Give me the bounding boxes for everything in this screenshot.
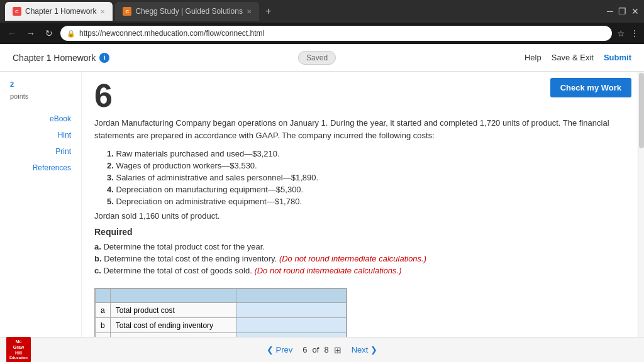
new-tab-button[interactable]: + [262,6,275,17]
submit-button[interactable]: Submit [604,53,631,62]
list-item: 2. Wages of production workers—$3,530. [107,161,631,170]
save-exit-link[interactable]: Save & Exit [552,53,594,62]
required-header: Required [94,227,631,237]
chapter-title-area: Chapter 1 Homework i [13,53,109,63]
cost-num-3: 3. [107,173,114,182]
list-item: b. Determine the total cost of the endin… [94,254,631,263]
menu-icon[interactable]: ⋮ [630,28,639,38]
list-item: 4. Depreciation on manufacturing equipme… [107,185,631,194]
lock-icon: 🔒 [67,30,75,38]
cost-text-2: Wages of production workers—$3,530. [116,161,257,170]
page-total: 8 [324,345,328,354]
page-current: 6 [303,345,307,354]
scrollbar[interactable] [638,72,644,337]
header-actions: Help Save & Exit Submit [525,53,631,62]
table-row: a Total product cost [96,303,347,318]
check-my-work-button[interactable]: Check my Work [550,78,631,97]
row-input-a[interactable] [236,303,346,318]
row-letter-b: b [96,318,111,333]
tab-close-chegg[interactable]: ✕ [247,8,252,15]
content-area: Check my Work 6 Jordan Manufacturing Com… [82,72,644,337]
prev-label: Prev [276,345,293,354]
req-c-label: c. [94,266,101,275]
references-link[interactable]: References [10,162,71,173]
req-b-text: Determine the total cost of the ending i… [104,254,277,263]
page-info: 6 of 8 ⊞ [303,345,341,355]
question-body: Jordan Manufacturing Company began opera… [94,117,631,141]
sidebar: 2 points eBook Hint Print References [0,72,82,337]
browser-chrome: C Chapter 1 Homework ✕ C Chegg Study | G… [0,0,644,23]
back-button[interactable]: ← [5,26,19,41]
cost-num-2: 2. [107,161,114,170]
cost-text-5: Depreciation on administrative equipment… [116,197,302,206]
points-value: 2 [10,80,14,88]
row-label-a: Total product cost [110,303,236,318]
req-c-note: (Do not round intermediate calculations.… [254,266,401,275]
hint-link[interactable]: Hint [10,129,71,141]
table-header-empty1 [96,289,111,303]
table-row: b Total cost of ending inventory [96,318,347,333]
refresh-button[interactable]: ↻ [43,26,55,41]
tab-label-chapter: Chapter 1 Homework [25,7,96,16]
tab-label-chegg: Chegg Study | Guided Solutions [135,7,243,16]
close-button[interactable]: ✕ [631,6,639,16]
sidebar-links: eBook Hint Print References [10,113,71,173]
ebook-link[interactable]: eBook [10,113,71,124]
table-header-empty2 [110,289,236,303]
prev-arrow-icon: ❮ [267,345,274,354]
cost-list: 1. Raw materials purchased and used—$3,2… [107,149,631,206]
tab-close-chapter[interactable]: ✕ [100,8,105,15]
restore-button[interactable]: ❐ [618,6,626,16]
address-actions: ☆ ⋮ [617,28,639,38]
page-header: Chapter 1 Homework i Saved Help Save & E… [0,44,644,72]
list-item: 3. Salaries of administrative and sales … [107,173,631,182]
cost-num-4: 4. [107,185,114,194]
mcgraw-logo: Mc Graw Hill Education [6,337,31,362]
tab-chapter-homework[interactable]: C Chapter 1 Homework ✕ [5,2,113,21]
next-label: Next [352,345,369,354]
prev-button[interactable]: ❮ Prev [267,345,293,354]
required-list: a. Determine the total product cost for … [94,242,631,275]
saved-badge: Saved [298,51,336,65]
req-b-label: b. [94,254,102,263]
url-text: https://newconnect.mheducation.com/flow/… [79,29,264,38]
list-item: c. Determine the total of cost of goods … [94,266,631,275]
input-field-b[interactable] [242,321,341,330]
info-icon[interactable]: i [99,53,109,63]
cost-text-1: Raw materials purchased and used—$3,210. [116,149,279,158]
saved-indicator: Saved [298,53,336,62]
points-label: points [10,92,28,100]
scroll-thumb[interactable] [639,73,644,148]
list-item: 1. Raw materials purchased and used—$3,2… [107,149,631,158]
forward-button[interactable]: → [24,26,38,41]
row-input-b[interactable] [236,318,346,333]
cost-num-5: 5. [107,197,114,206]
tab-favicon-chapter: C [13,7,21,16]
minimize-button[interactable]: ─ [607,6,613,16]
list-item: a. Determine the total product cost for … [94,242,631,251]
sold-text: Jordan sold 1,160 units of product. [94,211,631,221]
cost-text-4: Depreciation on manufacturing equipment—… [116,185,303,194]
page-of: of [313,345,319,354]
bookmark-icon[interactable]: ☆ [617,28,625,38]
help-link[interactable]: Help [525,53,541,62]
print-link[interactable]: Print [10,146,71,157]
req-a-label: a. [94,242,101,251]
row-label-b: Total cost of ending inventory [110,318,236,333]
address-bar: ← → ↻ 🔒 https://newconnect.mheducation.c… [0,23,644,44]
next-button[interactable]: Next ❯ [352,345,378,354]
tab-chegg[interactable]: C Chegg Study | Guided Solutions ✕ [115,2,259,21]
row-letter-a: a [96,303,111,318]
tab-favicon-chegg: C [123,7,131,16]
input-field-a[interactable] [242,306,341,315]
url-bar[interactable]: 🔒 https://newconnect.mheducation.com/flo… [60,26,612,41]
next-arrow-icon: ❯ [370,345,377,354]
cost-text-3: Salaries of administrative and sales per… [116,173,318,182]
req-c-text: Determine the total of cost of goods sol… [103,266,252,275]
req-a-text: Determine the total product cost for the… [103,242,265,251]
cost-num-1: 1. [107,149,114,158]
grid-icon[interactable]: ⊞ [334,345,341,355]
table-header-empty3 [236,289,346,303]
chapter-title-text: Chapter 1 Homework [13,53,96,63]
answer-table: a Total product cost b Total cost of end… [95,288,347,337]
